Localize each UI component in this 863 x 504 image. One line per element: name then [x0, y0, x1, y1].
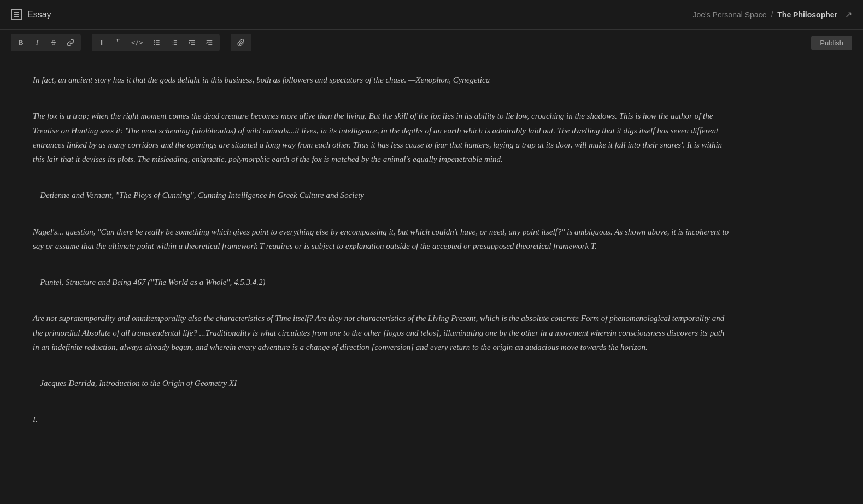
- citation2-text: —Puntel, Structure and Being 467 ("The W…: [33, 275, 732, 289]
- header-left: Essay: [11, 9, 51, 20]
- content-block-quote1: In fact, an ancient story has it that th…: [33, 73, 732, 87]
- heading-button[interactable]: T: [94, 35, 109, 50]
- bullet-list-button[interactable]: [149, 35, 165, 50]
- toolbar-group-attachment: [231, 34, 251, 51]
- toolbar-group-formatting: B I S: [11, 34, 81, 51]
- content-block-para1: The fox is a trap; when the right moment…: [33, 109, 732, 166]
- svg-point-3: [154, 40, 155, 42]
- start-text: I.: [33, 412, 732, 426]
- page-name[interactable]: The Philosopher: [777, 10, 837, 19]
- header-title: Essay: [27, 10, 51, 20]
- content-block-citation3: —Jacques Derrida, Introduction to the Or…: [33, 376, 732, 390]
- indent-increase-button[interactable]: [201, 35, 218, 50]
- content-block-para3: Are not supratemporality and omnitempora…: [33, 311, 732, 354]
- essay-icon: [11, 9, 22, 20]
- publish-button[interactable]: Publish: [811, 36, 852, 50]
- svg-point-5: [154, 44, 155, 45]
- quote1-text: In fact, an ancient story has it that th…: [33, 73, 732, 87]
- content-block-start: I.: [33, 412, 732, 426]
- code-button[interactable]: </>: [127, 35, 148, 50]
- citation3-text: —Jacques Derrida, Introduction to the Or…: [33, 376, 732, 390]
- content-block-para2: Nagel's... question, "Can there be reall…: [33, 225, 732, 254]
- content-block-citation2: —Puntel, Structure and Being 467 ("The W…: [33, 275, 732, 289]
- para1-text: The fox is a trap; when the right moment…: [33, 109, 732, 166]
- quote-button[interactable]: ": [110, 35, 126, 50]
- expand-icon[interactable]: ↗: [845, 9, 852, 20]
- numbered-list-button[interactable]: 1 2 3: [166, 35, 183, 50]
- breadcrumb-separator: /: [771, 10, 773, 19]
- citation1-text: —Detienne and Vernant, "The Ploys of Cun…: [33, 188, 732, 202]
- strikethrough-button[interactable]: S: [46, 35, 61, 50]
- content-area: In fact, an ancient story has it that th…: [0, 56, 765, 465]
- italic-button[interactable]: I: [30, 35, 45, 50]
- attach-button[interactable]: [233, 35, 249, 50]
- space-name[interactable]: Joe's Personal Space: [692, 10, 766, 19]
- link-button[interactable]: [62, 35, 79, 50]
- indent-decrease-button[interactable]: [184, 35, 200, 50]
- content-block-citation1: —Detienne and Vernant, "The Ploys of Cun…: [33, 188, 732, 202]
- bold-button[interactable]: B: [13, 35, 28, 50]
- svg-point-4: [154, 42, 155, 43]
- para3-text: Are not supratemporality and omnitempora…: [33, 311, 732, 354]
- para2-text: Nagel's... question, "Can there be reall…: [33, 225, 732, 254]
- header-right: Joe's Personal Space / The Philosopher ↗: [692, 9, 852, 20]
- svg-text:3: 3: [171, 43, 173, 46]
- toolbar-group-block: T " </> 1 2 3: [92, 34, 220, 51]
- toolbar: B I S T " </> 1 2 3: [0, 30, 863, 56]
- header: Essay Joe's Personal Space / The Philoso…: [0, 0, 863, 30]
